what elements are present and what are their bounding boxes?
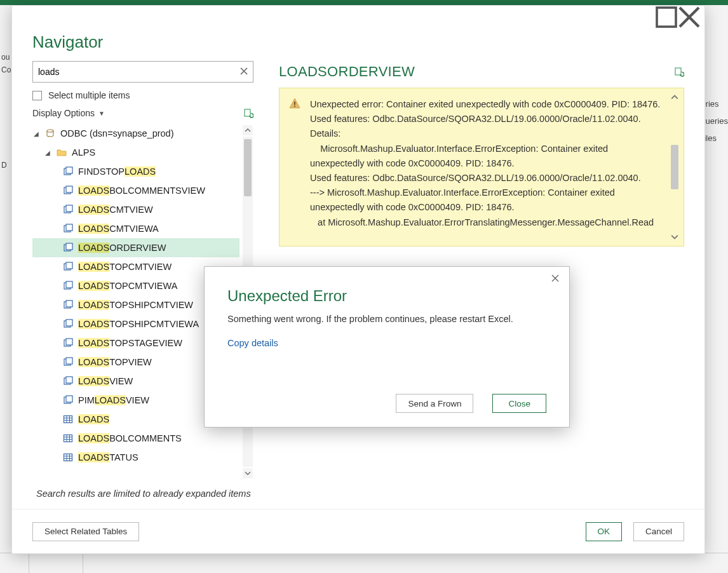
view-icon bbox=[63, 243, 73, 253]
error-line: at Microsoft.Mashup.Evaluator.ErrorTrans… bbox=[310, 215, 663, 230]
tree-item-label: LOADSVIEW bbox=[78, 376, 133, 386]
view-icon bbox=[63, 300, 73, 310]
tree-item[interactable]: LOADSTATUS bbox=[32, 448, 239, 467]
select-multiple-row[interactable]: Select multiple items bbox=[32, 83, 253, 105]
search-limit-note: Search results are limited to already ex… bbox=[32, 480, 253, 499]
svg-rect-28 bbox=[66, 396, 72, 402]
tree-item[interactable]: LOADSBOLCOMMENTS bbox=[32, 429, 239, 448]
svg-rect-46 bbox=[294, 105, 295, 107]
refresh-tree-button[interactable] bbox=[243, 108, 253, 118]
navigator-dialog: Navigator Select multiple items Display … bbox=[11, 5, 705, 554]
svg-rect-0 bbox=[657, 8, 676, 27]
tree-root-odbc[interactable]: ◢ ODBC (dsn=synapse_prod) bbox=[32, 124, 239, 143]
collapse-toggle[interactable]: ◢ bbox=[32, 130, 40, 137]
tree-item-label: LOADSTOPCMTVIEWA bbox=[78, 281, 177, 291]
close-icon bbox=[678, 6, 701, 29]
tree-folder-label: ALPS bbox=[72, 147, 95, 158]
svg-rect-45 bbox=[294, 102, 295, 105]
view-icon bbox=[63, 395, 73, 405]
excel-grid-peek bbox=[0, 553, 728, 573]
view-icon bbox=[63, 319, 73, 329]
window-close-button[interactable] bbox=[678, 8, 701, 26]
view-icon bbox=[63, 281, 73, 291]
ok-button[interactable]: OK bbox=[586, 522, 623, 541]
view-icon bbox=[63, 376, 73, 386]
svg-rect-4 bbox=[66, 167, 72, 173]
send-frown-button[interactable]: Send a Frown bbox=[396, 394, 473, 413]
tree-item[interactable]: LOADSCMTVIEWA bbox=[32, 219, 239, 238]
chevron-up-icon bbox=[245, 127, 251, 133]
svg-rect-12 bbox=[66, 243, 72, 250]
error-text: Unexpected error: Container exited unexp… bbox=[310, 97, 663, 230]
search-input[interactable] bbox=[33, 67, 235, 77]
svg-rect-22 bbox=[66, 339, 72, 345]
view-icon bbox=[63, 185, 73, 196]
svg-rect-18 bbox=[66, 300, 72, 307]
svg-rect-39 bbox=[64, 454, 72, 461]
scroll-down-button[interactable] bbox=[670, 232, 680, 242]
navigator-title: Navigator bbox=[12, 29, 704, 61]
clear-icon bbox=[240, 67, 248, 75]
scroll-up-button[interactable] bbox=[670, 92, 680, 102]
view-icon bbox=[63, 224, 73, 234]
svg-point-2 bbox=[47, 130, 53, 132]
dialog-close-button[interactable] bbox=[546, 271, 564, 286]
view-icon bbox=[63, 262, 73, 272]
table-icon bbox=[63, 452, 73, 462]
scroll-thumb[interactable] bbox=[671, 145, 678, 189]
chevron-down-icon bbox=[671, 233, 678, 241]
excel-ribbon-strip bbox=[0, 0, 728, 5]
tree-item[interactable]: LOADSORDERVIEW bbox=[32, 238, 239, 257]
view-icon bbox=[63, 338, 73, 348]
tree-item-label: LOADSBOLCOMMENTSVIEW bbox=[78, 185, 205, 196]
scroll-up-button[interactable] bbox=[243, 125, 253, 135]
tree-item-label: LOADSTATUS bbox=[78, 452, 138, 462]
view-icon bbox=[63, 166, 73, 177]
search-box bbox=[32, 61, 253, 83]
tree-item[interactable]: LOADSCMTVIEW bbox=[32, 200, 239, 219]
display-options-label: Display Options bbox=[32, 108, 95, 118]
refresh-preview-button[interactable] bbox=[674, 67, 684, 77]
tree-item[interactable]: FINDSTOPLOADS bbox=[32, 162, 239, 181]
folder-icon bbox=[57, 147, 67, 158]
cancel-button[interactable]: Cancel bbox=[633, 522, 684, 541]
error-line: Unexpected error: Container exited unexp… bbox=[310, 97, 663, 112]
select-related-tables-button[interactable]: Select Related Tables bbox=[32, 522, 139, 541]
error-scrollbar[interactable] bbox=[668, 92, 681, 242]
svg-rect-8 bbox=[66, 205, 72, 212]
maximize-icon bbox=[655, 6, 678, 29]
tree-item-label: LOADSBOLCOMMENTS bbox=[78, 433, 182, 443]
svg-rect-24 bbox=[66, 358, 72, 364]
tree-item-label: LOADSTOPSTAGEVIEW bbox=[78, 338, 182, 348]
collapse-toggle[interactable]: ◢ bbox=[44, 149, 51, 156]
tree-item[interactable]: LOADSBOLCOMMENTSVIEW bbox=[32, 181, 239, 200]
search-clear-button[interactable] bbox=[235, 67, 253, 77]
warning-icon bbox=[288, 97, 301, 112]
svg-rect-10 bbox=[66, 224, 72, 231]
tree-folder-alps[interactable]: ◢ ALPS bbox=[32, 143, 239, 162]
scroll-thumb[interactable] bbox=[244, 139, 252, 196]
table-icon bbox=[63, 433, 73, 443]
error-line: Used features: Odbc.DataSource/SQORA32.D… bbox=[310, 112, 663, 126]
dialog-titlebar bbox=[12, 6, 704, 29]
window-maximize-button[interactable] bbox=[655, 8, 678, 26]
tree-item-label: LOADSCMTVIEW bbox=[78, 205, 153, 215]
scroll-down-button[interactable] bbox=[243, 468, 253, 478]
preview-title: LOADSORDERVIEW bbox=[279, 64, 415, 80]
copy-details-link[interactable]: Copy details bbox=[205, 327, 569, 348]
excel-truncated-left: ou Co D bbox=[0, 51, 12, 172]
close-button[interactable]: Close bbox=[492, 394, 546, 413]
svg-rect-14 bbox=[66, 262, 72, 269]
error-dialog-title: Unexpected Error bbox=[205, 286, 569, 311]
tree-item-label: LOADSORDERVIEW bbox=[78, 243, 166, 253]
select-multiple-label: Select multiple items bbox=[48, 90, 130, 100]
tree-root-label: ODBC (dsn=synapse_prod) bbox=[60, 128, 174, 138]
display-options-dropdown[interactable]: Display Options ▼ bbox=[32, 108, 105, 118]
tree-item-label: LOADSCMTVIEWA bbox=[78, 224, 159, 234]
select-multiple-checkbox[interactable] bbox=[32, 91, 42, 100]
chevron-down-icon bbox=[245, 470, 251, 476]
svg-rect-6 bbox=[66, 186, 72, 192]
svg-rect-29 bbox=[64, 416, 72, 423]
error-dialog-body: Something went wrong. If the problem con… bbox=[205, 311, 569, 327]
error-line: ---> Microsoft.Mashup.Evaluator.Interfac… bbox=[310, 185, 663, 215]
